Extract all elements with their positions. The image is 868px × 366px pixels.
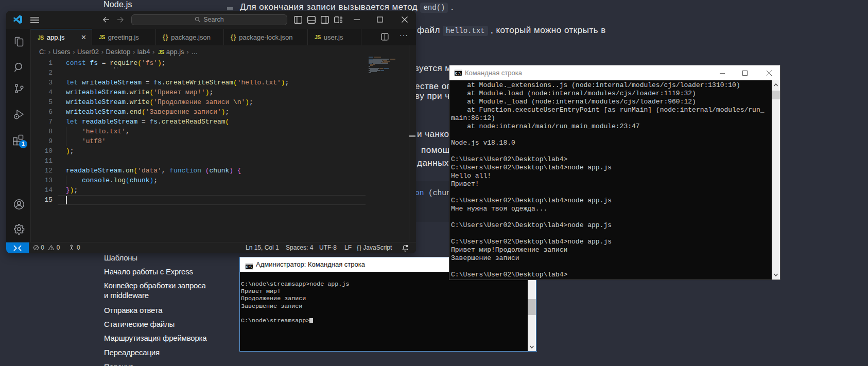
svg-text:C:\_: C:\_ [246,266,253,269]
svg-text:C:\_: C:\_ [455,72,462,76]
